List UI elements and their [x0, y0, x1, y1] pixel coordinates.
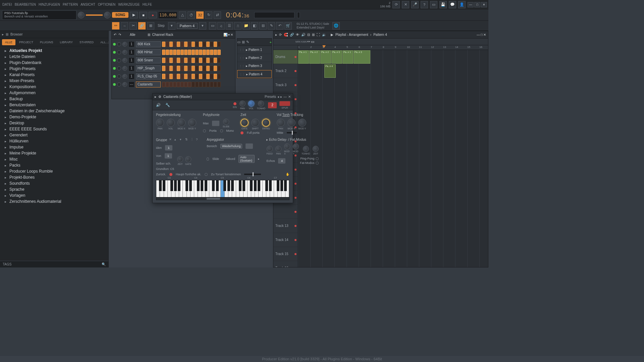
step-cell[interactable] [166, 74, 169, 79]
black-key[interactable] [280, 180, 283, 191]
cr-group-dropdown[interactable]: Alle [130, 33, 136, 37]
channel-mute[interactable] [117, 50, 121, 54]
view-channelrack-icon[interactable]: ☰ [226, 22, 233, 29]
group-von-display[interactable]: 1 [165, 153, 172, 159]
channel-pan-knob[interactable] [122, 42, 127, 47]
track-header[interactable]: Track 16 [273, 261, 298, 267]
tree-item[interactable]: ▸Sprache [0, 186, 108, 192]
pp-view-icon[interactable]: ▭ [237, 40, 240, 44]
step-cell[interactable] [210, 42, 213, 47]
link-tool-icon[interactable]: 🔗 [138, 22, 146, 29]
clip[interactable]: Pa..n 2 [309, 50, 320, 64]
step-cell[interactable] [195, 42, 199, 47]
globe-icon[interactable]: 🌐 [332, 22, 340, 29]
pattern-item[interactable]: ⋮⋮▸ Pattern 1 [237, 46, 272, 54]
step-cell[interactable] [195, 66, 199, 71]
clip[interactable]: Pa..n 4 [324, 64, 336, 78]
tree-item[interactable]: ▸Aktuelles Projekt [0, 48, 108, 54]
step-cell[interactable] [203, 66, 206, 71]
menu-edit[interactable]: BEARBEITEN [14, 3, 37, 6]
step-cell[interactable] [217, 74, 221, 79]
user-icon[interactable]: 👤 [458, 1, 466, 8]
step-cell[interactable] [166, 50, 169, 55]
chs-pitch-display[interactable]: 2 [268, 102, 277, 108]
arp-slide-radio[interactable] [207, 158, 209, 161]
group-down-icon[interactable]: ▾ [180, 138, 184, 142]
browser-tab-plugins[interactable]: PLUGINS [37, 39, 56, 45]
tree-item[interactable]: ▸Dateien in der Zwischenablage [0, 108, 108, 114]
sync-icon[interactable]: ⟳ [392, 1, 400, 8]
chs-presets-label[interactable]: Presets [265, 95, 276, 99]
step-cell[interactable] [173, 66, 176, 71]
arp-range-dropdown[interactable]: Wiederholung [220, 144, 243, 148]
echo-modx-knob[interactable] [284, 143, 290, 149]
tree-item[interactable]: ▸Producer Loops Rumble [0, 168, 108, 174]
cr-step-icon[interactable]: ⊞ [148, 33, 150, 37]
step-cell[interactable] [166, 58, 169, 63]
mono-radio[interactable] [220, 129, 223, 132]
time-shift-knob[interactable] [251, 119, 259, 127]
playlist-grid[interactable]: Pa..n 1 Pa..n 2 Pa..n 2 Pa..n 3 Pa..n 1 … [298, 50, 488, 267]
channel-mixer-num[interactable]: 1 [128, 49, 135, 55]
tree-item[interactable]: ▸Aufgenommen [0, 90, 108, 96]
tree-item[interactable]: ▸Letzte Dateien [0, 54, 108, 60]
step-cell[interactable] [203, 74, 206, 79]
arp-repeat-display[interactable] [246, 143, 253, 149]
chs-next-preset-icon[interactable]: ▸ [280, 95, 282, 99]
step-cell[interactable] [210, 82, 213, 87]
black-key[interactable] [258, 180, 260, 191]
chs-wrench-icon[interactable]: 🔧 [165, 102, 171, 108]
step-cell[interactable] [214, 42, 217, 47]
step-cell[interactable] [206, 74, 210, 79]
track-mute-dot[interactable] [294, 84, 297, 86]
black-key[interactable] [212, 180, 215, 191]
channel-pan-knob[interactable] [122, 50, 127, 55]
cr-graph-icon[interactable]: 📊 [223, 33, 227, 37]
drag-handle-icon[interactable]: ⋮⋮ [239, 56, 245, 59]
track-modx-knob[interactable] [287, 119, 296, 127]
echo-pan-knob[interactable] [275, 146, 281, 152]
step-cell[interactable] [166, 66, 169, 71]
track-header[interactable]: Track 15 [273, 247, 298, 261]
black-key[interactable] [163, 180, 165, 191]
tree-item[interactable]: ▸Backup [0, 96, 108, 102]
drag-handle-icon[interactable]: ⋮⋮ [239, 48, 245, 51]
group-up-icon[interactable]: ▴ [174, 138, 178, 142]
browser-tab-all[interactable]: ALLE [2, 39, 15, 45]
poly-max-display[interactable] [212, 121, 219, 126]
step-cell[interactable] [166, 42, 169, 47]
channel-mute[interactable] [117, 66, 121, 70]
step-cell[interactable] [210, 74, 213, 79]
save-icon[interactable]: 💾 [439, 1, 447, 8]
black-key[interactable] [231, 180, 234, 191]
step-cell[interactable] [210, 66, 213, 71]
channel-led[interactable] [113, 67, 116, 70]
step-cell[interactable] [169, 66, 173, 71]
group-opts-icon[interactable]: ⋮ [191, 138, 195, 142]
track-mute-dot[interactable] [294, 253, 297, 255]
step-cell[interactable] [188, 58, 191, 63]
tree-item[interactable]: ▸Benutzerdaten [0, 102, 108, 108]
overdub-icon[interactable]: ↻ [205, 11, 212, 19]
cr-fwd-icon[interactable]: ↷ [118, 33, 121, 37]
pl-tool-key[interactable]: MIN KAN [296, 40, 307, 43]
browser-tab-project[interactable]: PROJECT [16, 39, 36, 45]
black-key[interactable] [250, 180, 253, 191]
pl-step-icon[interactable]: ⊟ [307, 33, 310, 37]
tree-item[interactable]: ▸Misc [0, 156, 108, 162]
step-cell[interactable] [206, 50, 210, 55]
black-key[interactable] [265, 180, 268, 191]
pattern-item[interactable]: ⋮⋮▸ Pattern 3 [237, 62, 272, 70]
close-button[interactable]: ✕ [481, 2, 487, 7]
step-cell[interactable] [169, 58, 173, 63]
black-key[interactable] [197, 180, 200, 191]
track-mute-dot[interactable] [294, 183, 297, 185]
channel-mixer-num[interactable]: 1 [128, 41, 135, 47]
chs-menu-icon[interactable]: ▸ [155, 95, 156, 99]
chs-min-icon[interactable]: — [283, 95, 287, 99]
level-mody-knob[interactable] [188, 119, 196, 127]
step-cell[interactable] [184, 42, 187, 47]
channel-pan-knob[interactable] [122, 66, 127, 71]
tree-item[interactable]: ▸Mixer-Presets [0, 78, 108, 84]
tree-item[interactable]: ▸Kanal-Presets [0, 72, 108, 78]
